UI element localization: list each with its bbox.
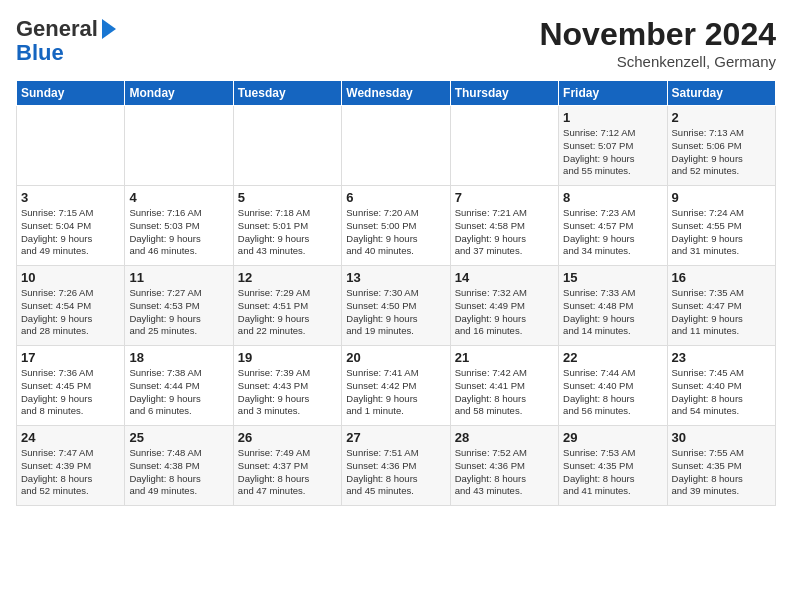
calendar-body: 1Sunrise: 7:12 AM Sunset: 5:07 PM Daylig… [17, 106, 776, 506]
calendar-cell: 30Sunrise: 7:55 AM Sunset: 4:35 PM Dayli… [667, 426, 775, 506]
weekday-header-thursday: Thursday [450, 81, 558, 106]
day-number: 22 [563, 350, 662, 365]
calendar-cell: 4Sunrise: 7:16 AM Sunset: 5:03 PM Daylig… [125, 186, 233, 266]
day-info: Sunrise: 7:26 AM Sunset: 4:54 PM Dayligh… [21, 287, 120, 338]
day-number: 26 [238, 430, 337, 445]
calendar-cell: 25Sunrise: 7:48 AM Sunset: 4:38 PM Dayli… [125, 426, 233, 506]
day-number: 6 [346, 190, 445, 205]
day-info: Sunrise: 7:51 AM Sunset: 4:36 PM Dayligh… [346, 447, 445, 498]
calendar-cell: 9Sunrise: 7:24 AM Sunset: 4:55 PM Daylig… [667, 186, 775, 266]
calendar-cell [233, 106, 341, 186]
weekday-header-tuesday: Tuesday [233, 81, 341, 106]
calendar-subtitle: Schenkenzell, Germany [539, 53, 776, 70]
day-number: 12 [238, 270, 337, 285]
day-number: 7 [455, 190, 554, 205]
day-info: Sunrise: 7:35 AM Sunset: 4:47 PM Dayligh… [672, 287, 771, 338]
day-number: 23 [672, 350, 771, 365]
calendar-cell [17, 106, 125, 186]
calendar-cell: 12Sunrise: 7:29 AM Sunset: 4:51 PM Dayli… [233, 266, 341, 346]
weekday-header-sunday: Sunday [17, 81, 125, 106]
calendar-cell: 16Sunrise: 7:35 AM Sunset: 4:47 PM Dayli… [667, 266, 775, 346]
day-info: Sunrise: 7:38 AM Sunset: 4:44 PM Dayligh… [129, 367, 228, 418]
day-info: Sunrise: 7:41 AM Sunset: 4:42 PM Dayligh… [346, 367, 445, 418]
day-number: 5 [238, 190, 337, 205]
calendar-cell: 20Sunrise: 7:41 AM Sunset: 4:42 PM Dayli… [342, 346, 450, 426]
calendar-cell: 24Sunrise: 7:47 AM Sunset: 4:39 PM Dayli… [17, 426, 125, 506]
logo-general: General [16, 16, 98, 42]
day-number: 25 [129, 430, 228, 445]
day-info: Sunrise: 7:42 AM Sunset: 4:41 PM Dayligh… [455, 367, 554, 418]
calendar-cell: 3Sunrise: 7:15 AM Sunset: 5:04 PM Daylig… [17, 186, 125, 266]
day-info: Sunrise: 7:48 AM Sunset: 4:38 PM Dayligh… [129, 447, 228, 498]
day-info: Sunrise: 7:23 AM Sunset: 4:57 PM Dayligh… [563, 207, 662, 258]
day-info: Sunrise: 7:45 AM Sunset: 4:40 PM Dayligh… [672, 367, 771, 418]
day-info: Sunrise: 7:16 AM Sunset: 5:03 PM Dayligh… [129, 207, 228, 258]
day-info: Sunrise: 7:47 AM Sunset: 4:39 PM Dayligh… [21, 447, 120, 498]
calendar-cell: 6Sunrise: 7:20 AM Sunset: 5:00 PM Daylig… [342, 186, 450, 266]
day-number: 8 [563, 190, 662, 205]
day-number: 13 [346, 270, 445, 285]
calendar-cell: 22Sunrise: 7:44 AM Sunset: 4:40 PM Dayli… [559, 346, 667, 426]
day-number: 9 [672, 190, 771, 205]
calendar-cell: 19Sunrise: 7:39 AM Sunset: 4:43 PM Dayli… [233, 346, 341, 426]
day-number: 19 [238, 350, 337, 365]
calendar-cell: 29Sunrise: 7:53 AM Sunset: 4:35 PM Dayli… [559, 426, 667, 506]
calendar-cell: 26Sunrise: 7:49 AM Sunset: 4:37 PM Dayli… [233, 426, 341, 506]
week-row-3: 10Sunrise: 7:26 AM Sunset: 4:54 PM Dayli… [17, 266, 776, 346]
calendar-cell: 5Sunrise: 7:18 AM Sunset: 5:01 PM Daylig… [233, 186, 341, 266]
day-number: 30 [672, 430, 771, 445]
day-info: Sunrise: 7:33 AM Sunset: 4:48 PM Dayligh… [563, 287, 662, 338]
day-info: Sunrise: 7:55 AM Sunset: 4:35 PM Dayligh… [672, 447, 771, 498]
calendar-cell: 8Sunrise: 7:23 AM Sunset: 4:57 PM Daylig… [559, 186, 667, 266]
logo: General Blue [16, 16, 116, 64]
calendar-title: November 2024 [539, 16, 776, 53]
day-info: Sunrise: 7:49 AM Sunset: 4:37 PM Dayligh… [238, 447, 337, 498]
day-info: Sunrise: 7:20 AM Sunset: 5:00 PM Dayligh… [346, 207, 445, 258]
day-number: 2 [672, 110, 771, 125]
day-info: Sunrise: 7:29 AM Sunset: 4:51 PM Dayligh… [238, 287, 337, 338]
calendar-cell: 10Sunrise: 7:26 AM Sunset: 4:54 PM Dayli… [17, 266, 125, 346]
day-number: 10 [21, 270, 120, 285]
calendar-cell: 13Sunrise: 7:30 AM Sunset: 4:50 PM Dayli… [342, 266, 450, 346]
day-number: 20 [346, 350, 445, 365]
day-number: 29 [563, 430, 662, 445]
day-info: Sunrise: 7:21 AM Sunset: 4:58 PM Dayligh… [455, 207, 554, 258]
weekday-header-wednesday: Wednesday [342, 81, 450, 106]
day-number: 18 [129, 350, 228, 365]
day-info: Sunrise: 7:13 AM Sunset: 5:06 PM Dayligh… [672, 127, 771, 178]
day-number: 21 [455, 350, 554, 365]
week-row-5: 24Sunrise: 7:47 AM Sunset: 4:39 PM Dayli… [17, 426, 776, 506]
weekday-header-saturday: Saturday [667, 81, 775, 106]
page-header: General Blue November 2024 Schenkenzell,… [16, 16, 776, 70]
day-info: Sunrise: 7:39 AM Sunset: 4:43 PM Dayligh… [238, 367, 337, 418]
day-number: 17 [21, 350, 120, 365]
day-number: 14 [455, 270, 554, 285]
week-row-4: 17Sunrise: 7:36 AM Sunset: 4:45 PM Dayli… [17, 346, 776, 426]
weekday-header-row: SundayMondayTuesdayWednesdayThursdayFrid… [17, 81, 776, 106]
calendar-cell: 23Sunrise: 7:45 AM Sunset: 4:40 PM Dayli… [667, 346, 775, 426]
day-number: 15 [563, 270, 662, 285]
week-row-2: 3Sunrise: 7:15 AM Sunset: 5:04 PM Daylig… [17, 186, 776, 266]
day-info: Sunrise: 7:30 AM Sunset: 4:50 PM Dayligh… [346, 287, 445, 338]
day-info: Sunrise: 7:24 AM Sunset: 4:55 PM Dayligh… [672, 207, 771, 258]
day-number: 28 [455, 430, 554, 445]
calendar-cell: 14Sunrise: 7:32 AM Sunset: 4:49 PM Dayli… [450, 266, 558, 346]
weekday-header-monday: Monday [125, 81, 233, 106]
day-info: Sunrise: 7:15 AM Sunset: 5:04 PM Dayligh… [21, 207, 120, 258]
day-info: Sunrise: 7:36 AM Sunset: 4:45 PM Dayligh… [21, 367, 120, 418]
day-info: Sunrise: 7:52 AM Sunset: 4:36 PM Dayligh… [455, 447, 554, 498]
day-info: Sunrise: 7:12 AM Sunset: 5:07 PM Dayligh… [563, 127, 662, 178]
day-info: Sunrise: 7:18 AM Sunset: 5:01 PM Dayligh… [238, 207, 337, 258]
day-info: Sunrise: 7:32 AM Sunset: 4:49 PM Dayligh… [455, 287, 554, 338]
weekday-header-friday: Friday [559, 81, 667, 106]
day-number: 11 [129, 270, 228, 285]
day-info: Sunrise: 7:27 AM Sunset: 4:53 PM Dayligh… [129, 287, 228, 338]
calendar-cell: 1Sunrise: 7:12 AM Sunset: 5:07 PM Daylig… [559, 106, 667, 186]
calendar-table: SundayMondayTuesdayWednesdayThursdayFrid… [16, 80, 776, 506]
calendar-cell: 27Sunrise: 7:51 AM Sunset: 4:36 PM Dayli… [342, 426, 450, 506]
calendar-cell: 2Sunrise: 7:13 AM Sunset: 5:06 PM Daylig… [667, 106, 775, 186]
calendar-cell: 28Sunrise: 7:52 AM Sunset: 4:36 PM Dayli… [450, 426, 558, 506]
calendar-cell: 11Sunrise: 7:27 AM Sunset: 4:53 PM Dayli… [125, 266, 233, 346]
day-info: Sunrise: 7:44 AM Sunset: 4:40 PM Dayligh… [563, 367, 662, 418]
day-number: 4 [129, 190, 228, 205]
